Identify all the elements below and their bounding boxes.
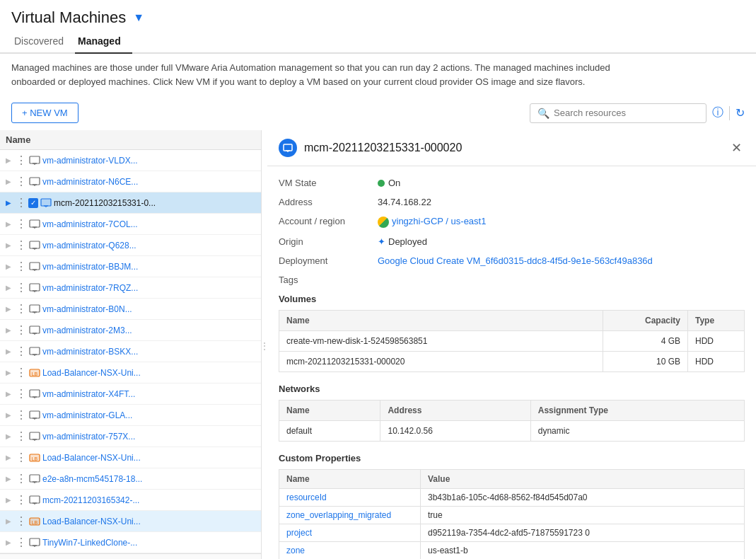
list-item[interactable]: ▶⋮vm-administrator-757X... xyxy=(0,426,261,447)
networks-section-title: Networks xyxy=(279,384,745,394)
list-item[interactable]: ▶⋮vm-administrator-7COL... xyxy=(0,214,261,235)
svg-rect-58 xyxy=(284,144,292,151)
expand-button[interactable]: ▶ xyxy=(3,538,14,546)
kebab-menu-button[interactable]: ⋮ xyxy=(16,304,27,315)
custom-prop-name[interactable]: resourceId xyxy=(279,488,421,506)
kebab-menu-button[interactable]: ⋮ xyxy=(16,537,27,548)
account-region-value[interactable]: yingzhi-GCP / us-east1 xyxy=(378,216,486,228)
expand-button[interactable]: ▶ xyxy=(3,347,14,355)
expand-button[interactable]: ▶ xyxy=(3,390,14,398)
list-item[interactable]: ▶⋮LBLoad-Balancer-NSX-Uni... xyxy=(0,511,261,532)
kebab-menu-button[interactable]: ⋮ xyxy=(16,346,27,357)
vm-icon xyxy=(28,430,41,443)
refresh-icon[interactable]: ↻ xyxy=(735,106,745,120)
account-icon xyxy=(378,217,389,228)
list-item[interactable]: ▶⋮e2e-a8n-mcm545178-18... xyxy=(0,468,261,490)
list-item[interactable]: ▶⋮vm-administrator-Q628... xyxy=(0,235,261,256)
tab-discovered[interactable]: Discovered xyxy=(11,30,75,54)
expand-button[interactable]: ▶ xyxy=(3,156,14,164)
expand-button[interactable]: ▶ xyxy=(3,432,14,440)
tab-managed[interactable]: Managed xyxy=(75,30,132,54)
item-label: mcm-20211203215331-0... xyxy=(54,198,156,208)
expand-button[interactable]: ▶ xyxy=(3,475,14,483)
expand-button[interactable]: ▶ xyxy=(3,305,14,313)
list-item[interactable]: ▶⋮✓mcm-20211203215331-0... xyxy=(0,192,261,214)
list-item[interactable]: ▶⋮vm-administrator-7RQZ... xyxy=(0,277,261,299)
filter-icon[interactable]: ▼ xyxy=(133,11,144,24)
expand-button[interactable]: ▶ xyxy=(3,284,14,292)
page-description: Managed machines are those under full VM… xyxy=(0,54,636,96)
toolbar-divider xyxy=(729,106,730,120)
item-label: Load-Balancer-NSX-Uni... xyxy=(42,368,141,378)
expand-button[interactable]: ▶ xyxy=(3,326,14,334)
detail-row-deployment: Deployment Google Cloud Create VM_6f6d03… xyxy=(279,255,745,266)
list-item[interactable]: ▶⋮vm-administrator-2M3... xyxy=(0,320,261,341)
deployed-icon: ✦ xyxy=(378,236,385,247)
svg-rect-22 xyxy=(30,305,40,312)
expand-button[interactable]: ▶ xyxy=(3,517,14,525)
custom-prop-name[interactable]: zone_overlapping_migrated xyxy=(279,506,421,524)
expand-button[interactable]: ▶ xyxy=(3,241,14,249)
deployment-value[interactable]: Google Cloud Create VM_6f6d0315-ddc8-4f5… xyxy=(378,255,653,266)
kebab-menu-button[interactable]: ⋮ xyxy=(16,495,27,506)
list-item[interactable]: ▶⋮vm-administrator-N6CE... xyxy=(0,171,261,192)
kebab-menu-button[interactable]: ⋮ xyxy=(16,431,27,442)
expand-button[interactable]: ▶ xyxy=(3,199,14,207)
info-icon[interactable]: ⓘ xyxy=(712,105,723,120)
vm-icon xyxy=(28,175,41,188)
svg-rect-13 xyxy=(30,241,40,248)
kebab-menu-button[interactable]: ⋮ xyxy=(16,176,27,188)
network-name: default xyxy=(279,420,380,441)
account-region-label: Account / region xyxy=(279,216,378,226)
list-item[interactable]: ▶⋮LBLoad-Balancer-NSX-Uni... xyxy=(0,362,261,384)
expand-button[interactable]: ▶ xyxy=(3,178,14,185)
new-vm-button[interactable]: + NEW VM xyxy=(11,103,78,123)
expand-button[interactable]: ▶ xyxy=(3,220,14,228)
volume-name: mcm-20211203215331-000020 xyxy=(279,351,603,371)
custom-prop-name[interactable]: zone xyxy=(279,541,421,559)
custom-props-col-name: Name xyxy=(279,469,421,488)
list-item[interactable]: ▶⋮vm-administrator-GLA... xyxy=(0,405,261,426)
search-input[interactable] xyxy=(554,108,699,118)
expand-button[interactable]: ▶ xyxy=(3,263,14,270)
vm-icon xyxy=(28,260,41,273)
custom-prop-name[interactable]: project xyxy=(279,524,421,541)
custom-prop-value: 3b43b1a6-105c-4d68-8562-f84d545d07a0 xyxy=(421,488,745,506)
svg-rect-28 xyxy=(30,347,40,355)
item-checkbox[interactable]: ✓ xyxy=(28,198,38,208)
item-label: e2e-a8n-mcm545178-18... xyxy=(42,474,142,484)
kebab-menu-button[interactable]: ⋮ xyxy=(16,367,27,379)
item-label: Load-Balancer-NSX-Uni... xyxy=(42,453,141,463)
kebab-menu-button[interactable]: ⋮ xyxy=(16,261,27,272)
list-item[interactable]: ▶⋮TinyWin7-LinkedClone-... xyxy=(0,532,261,553)
kebab-menu-button[interactable]: ⋮ xyxy=(16,155,27,166)
kebab-menu-button[interactable]: ⋮ xyxy=(16,388,27,400)
expand-button[interactable]: ▶ xyxy=(3,411,14,419)
kebab-menu-button[interactable]: ⋮ xyxy=(16,219,27,230)
list-item[interactable]: ▶⋮mcm-20211203165342-... xyxy=(0,490,261,511)
svg-rect-46 xyxy=(30,475,40,482)
expand-button[interactable]: ▶ xyxy=(3,496,14,504)
kebab-menu-button[interactable]: ⋮ xyxy=(16,197,27,209)
expand-button[interactable]: ▶ xyxy=(3,369,14,376)
detail-body: VM State On Address 34.74.168.22 Account… xyxy=(267,166,756,559)
table-row: zoneus-east1-b xyxy=(279,541,745,559)
kebab-menu-button[interactable]: ⋮ xyxy=(16,452,27,463)
resize-handle[interactable]: ⋮ xyxy=(262,130,267,559)
list-item[interactable]: ▶⋮vm-administrator-B0N... xyxy=(0,299,261,320)
kebab-menu-button[interactable]: ⋮ xyxy=(16,516,27,527)
kebab-menu-button[interactable]: ⋮ xyxy=(16,282,27,294)
kebab-menu-button[interactable]: ⋮ xyxy=(16,325,27,336)
item-label: vm-administrator-2M3... xyxy=(42,325,132,335)
list-item[interactable]: ▶⋮vm-administrator-BBJM... xyxy=(0,256,261,277)
kebab-menu-button[interactable]: ⋮ xyxy=(16,410,27,421)
kebab-menu-button[interactable]: ⋮ xyxy=(16,240,27,251)
expand-button[interactable]: ▶ xyxy=(3,454,14,461)
kebab-menu-button[interactable]: ⋮ xyxy=(16,473,27,485)
vm-icon xyxy=(28,154,41,167)
list-item[interactable]: ▶⋮vm-administrator-VLDX... xyxy=(0,150,261,171)
list-item[interactable]: ▶⋮vm-administrator-X4FT... xyxy=(0,384,261,405)
list-item[interactable]: ▶⋮LBLoad-Balancer-NSX-Uni... xyxy=(0,447,261,468)
close-button[interactable]: ✕ xyxy=(728,139,745,156)
list-item[interactable]: ▶⋮vm-administrator-BSKX... xyxy=(0,341,261,362)
